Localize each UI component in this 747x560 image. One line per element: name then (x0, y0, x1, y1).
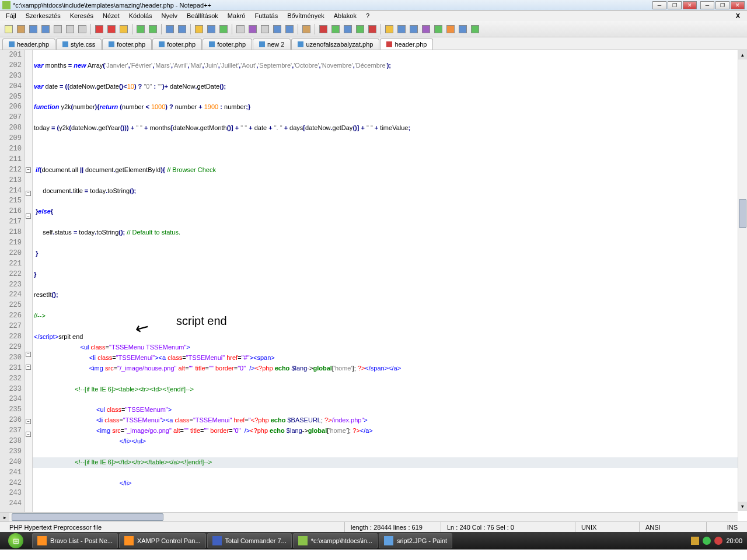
code-line[interactable] (33, 374, 747, 384)
menu-kódolás[interactable]: Kódolás (125, 11, 156, 20)
panel3-icon[interactable] (409, 24, 419, 34)
taskbar-button[interactable]: Total Commander 7... (207, 533, 292, 548)
scroll-right-button[interactable]: ▸ (0, 513, 9, 522)
rec-icon[interactable] (318, 24, 329, 34)
code-line[interactable]: </li> (33, 478, 747, 489)
replace-icon[interactable] (177, 24, 187, 34)
code-line[interactable]: </li></ul> (33, 436, 747, 447)
menu-szerkesztés[interactable]: Szerkesztés (22, 11, 64, 20)
tray-clock[interactable]: 20:00 (726, 537, 742, 544)
tab-footer.php[interactable]: footer.php (102, 38, 152, 50)
code-line[interactable]: <!--[if lte IE 6]></td></tr></table></a>… (33, 457, 747, 468)
code-line[interactable]: <li class="TSSEMenui"><a class="TSSEMenu… (33, 415, 747, 426)
tab-header.php[interactable]: header.php (2, 38, 55, 50)
start-button[interactable]: ⊞ (0, 532, 32, 550)
code-line[interactable] (33, 280, 747, 290)
taskbar-button[interactable]: Bravo List - Post Ne... (32, 533, 118, 548)
close-button-2[interactable]: ✕ (731, 1, 745, 9)
tab-new  2[interactable]: new 2 (253, 38, 291, 50)
menu-?[interactable]: ? (362, 11, 373, 20)
copy-icon[interactable] (106, 24, 117, 34)
tray-icon[interactable] (691, 537, 699, 545)
undo-icon[interactable] (135, 24, 146, 34)
menu-keresés[interactable]: Keresés (67, 11, 97, 20)
code-line[interactable] (33, 499, 747, 509)
tab-style.css[interactable]: style.css (56, 38, 102, 50)
menu-bővítmények[interactable]: Bővítmények (284, 11, 328, 20)
fold-toggle[interactable]: − (26, 352, 31, 357)
scroll-thumb[interactable] (739, 199, 746, 228)
fold-toggle[interactable]: − (26, 419, 31, 424)
code-line[interactable] (33, 259, 747, 270)
code-line[interactable]: //--> (33, 311, 747, 321)
menu-nyelv[interactable]: Nyelv (158, 11, 181, 20)
zoom-in-icon[interactable] (194, 24, 204, 34)
stop-icon[interactable] (343, 24, 353, 34)
code-line[interactable] (33, 50, 747, 61)
restore-button-2[interactable]: ❐ (715, 1, 729, 9)
fold-toggle[interactable]: − (26, 214, 31, 219)
code-line[interactable]: <img src="_image/go.png" alt="" title=""… (33, 426, 747, 436)
code-line[interactable] (33, 468, 747, 478)
taskbar-button[interactable]: sript2.JPG - Paint (379, 533, 452, 548)
print-icon[interactable] (77, 24, 88, 34)
save-all-icon[interactable] (40, 24, 51, 34)
code-line[interactable] (33, 71, 747, 82)
taskbar-button[interactable]: XAMPP Control Pan... (119, 533, 206, 548)
code-line[interactable] (33, 300, 747, 311)
code-line[interactable] (33, 134, 747, 144)
code-line[interactable]: <ul class="TSSEMenu TSSEMenum"> (33, 342, 747, 353)
fold-icon[interactable] (284, 24, 295, 34)
tab-header.php[interactable]: header.php (380, 38, 433, 50)
code-line[interactable] (33, 113, 747, 123)
horizontal-scrollbar[interactable]: ◂ ▸ (0, 512, 738, 522)
close-button[interactable]: ✕ (683, 1, 697, 9)
restore-button[interactable]: ❐ (668, 1, 682, 9)
zoom-out-icon[interactable] (206, 24, 217, 34)
wrap-icon[interactable] (235, 24, 246, 34)
code-line[interactable] (33, 92, 747, 103)
code-line[interactable]: function y2k(number){return (number < 10… (33, 102, 747, 113)
panel2-icon[interactable] (396, 24, 407, 34)
code-line[interactable]: var months = new Array('Janvier','Févrie… (33, 61, 747, 71)
panel4-icon[interactable] (421, 24, 431, 34)
scroll-up-button[interactable]: ▴ (738, 50, 747, 60)
close-all-icon[interactable] (65, 24, 75, 34)
code-line[interactable]: </script>srpit end (33, 332, 747, 342)
play-icon[interactable] (330, 24, 341, 34)
cut-icon[interactable] (94, 24, 104, 34)
save-icon[interactable] (28, 24, 39, 34)
code-line[interactable] (33, 394, 747, 405)
minimize-button-2[interactable]: ─ (700, 1, 714, 9)
vertical-scrollbar[interactable]: ▴ ▾ (738, 50, 747, 511)
code-line[interactable]: today = (y2k(dateNow.getYear())) + " " +… (33, 123, 747, 134)
code-line[interactable] (33, 144, 747, 155)
panel6-icon[interactable] (445, 24, 456, 34)
hscroll-thumb[interactable] (12, 513, 163, 521)
code-line[interactable]: <!--[if lte IE 6]><table><tr><td><![endi… (33, 384, 747, 395)
indent-icon[interactable] (260, 24, 270, 34)
tab-uzenofalszabalyzat.php[interactable]: uzenofalszabalyzat.php (291, 38, 379, 50)
code-line[interactable]: var date = ((dateNow.getDate()<10) ? "0"… (33, 82, 747, 92)
code-line[interactable] (33, 238, 747, 249)
menu-makró[interactable]: Makró (224, 11, 249, 20)
code-line[interactable] (33, 196, 747, 206)
fold-toggle[interactable]: − (26, 167, 31, 173)
menu-fájl[interactable]: Fájl (2, 11, 20, 20)
menu-ablakok[interactable]: Ablakok (330, 11, 360, 20)
fold-toggle[interactable]: − (26, 191, 31, 196)
menu-futtatás[interactable]: Futtatás (251, 11, 281, 20)
code-area[interactable]: script end ↙ var months = new Array('Jan… (33, 50, 747, 522)
code-line[interactable] (33, 321, 747, 332)
code-line[interactable]: <li class="TSSEMenui"><a class="TSSEMenu… (33, 353, 747, 363)
code-line[interactable]: resetIt(); (33, 290, 747, 300)
paste-icon[interactable] (118, 24, 129, 34)
code-line[interactable]: } (33, 270, 747, 280)
code-line[interactable] (33, 447, 747, 457)
menu-beállítások[interactable]: Beállítások (183, 11, 222, 20)
new-icon[interactable] (4, 24, 14, 34)
code-line[interactable]: } (33, 249, 747, 259)
menu-nézet[interactable]: Nézet (99, 11, 123, 20)
panel7-icon[interactable] (458, 24, 468, 34)
foldopen-icon[interactable] (272, 24, 282, 34)
